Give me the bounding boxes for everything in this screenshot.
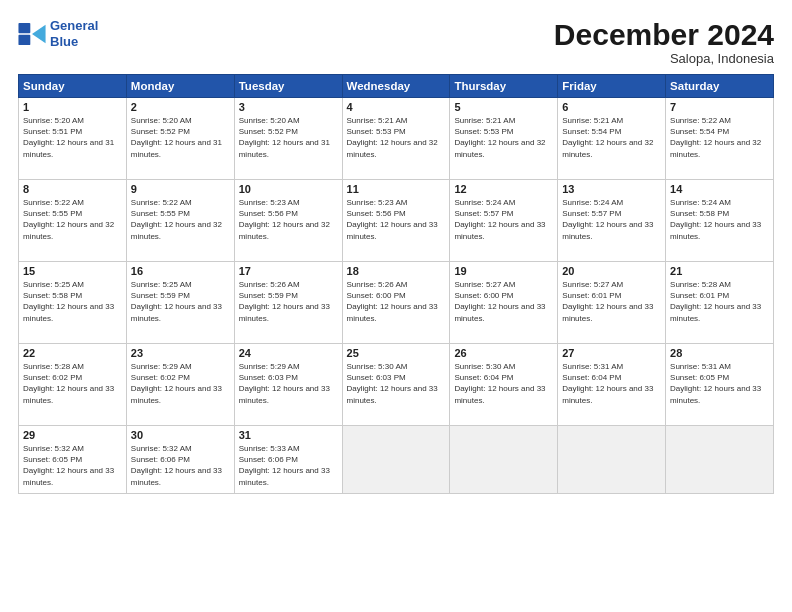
day-number: 10 [239,183,338,195]
day-number: 1 [23,101,122,113]
day-info: Sunrise: 5:22 AMSunset: 5:55 PMDaylight:… [131,197,230,242]
col-sunday: Sunday [19,75,127,98]
day-info: Sunrise: 5:27 AMSunset: 6:01 PMDaylight:… [562,279,661,324]
day-number: 13 [562,183,661,195]
logo-text: General Blue [50,18,98,49]
day-number: 15 [23,265,122,277]
logo: General Blue [18,18,98,49]
table-row: 9 Sunrise: 5:22 AMSunset: 5:55 PMDayligh… [126,180,234,262]
header: General Blue December 2024 Salopa, Indon… [18,18,774,66]
col-friday: Friday [558,75,666,98]
table-row: 1 Sunrise: 5:20 AMSunset: 5:51 PMDayligh… [19,98,127,180]
table-row: 16 Sunrise: 5:25 AMSunset: 5:59 PMDaylig… [126,262,234,344]
day-info: Sunrise: 5:28 AMSunset: 6:01 PMDaylight:… [670,279,769,324]
day-number: 8 [23,183,122,195]
day-info: Sunrise: 5:31 AMSunset: 6:04 PMDaylight:… [562,361,661,406]
day-info: Sunrise: 5:20 AMSunset: 5:51 PMDaylight:… [23,115,122,160]
calendar: Sunday Monday Tuesday Wednesday Thursday… [18,74,774,494]
table-row: 22 Sunrise: 5:28 AMSunset: 6:02 PMDaylig… [19,344,127,426]
table-row [342,426,450,494]
day-info: Sunrise: 5:33 AMSunset: 6:06 PMDaylight:… [239,443,338,488]
table-row: 19 Sunrise: 5:27 AMSunset: 6:00 PMDaylig… [450,262,558,344]
table-row: 30 Sunrise: 5:32 AMSunset: 6:06 PMDaylig… [126,426,234,494]
table-row: 5 Sunrise: 5:21 AMSunset: 5:53 PMDayligh… [450,98,558,180]
title-area: December 2024 Salopa, Indonesia [554,18,774,66]
col-thursday: Thursday [450,75,558,98]
table-row: 17 Sunrise: 5:26 AMSunset: 5:59 PMDaylig… [234,262,342,344]
calendar-header-row: Sunday Monday Tuesday Wednesday Thursday… [19,75,774,98]
table-row: 21 Sunrise: 5:28 AMSunset: 6:01 PMDaylig… [666,262,774,344]
table-row: 24 Sunrise: 5:29 AMSunset: 6:03 PMDaylig… [234,344,342,426]
day-number: 19 [454,265,553,277]
logo-line2: Blue [50,34,78,49]
day-number: 2 [131,101,230,113]
logo-line1: General [50,18,98,33]
day-info: Sunrise: 5:23 AMSunset: 5:56 PMDaylight:… [239,197,338,242]
day-number: 20 [562,265,661,277]
day-info: Sunrise: 5:28 AMSunset: 6:02 PMDaylight:… [23,361,122,406]
day-number: 5 [454,101,553,113]
logo-icon [18,23,46,45]
day-number: 6 [562,101,661,113]
day-info: Sunrise: 5:24 AMSunset: 5:57 PMDaylight:… [562,197,661,242]
table-row: 12 Sunrise: 5:24 AMSunset: 5:57 PMDaylig… [450,180,558,262]
day-info: Sunrise: 5:22 AMSunset: 5:54 PMDaylight:… [670,115,769,160]
day-info: Sunrise: 5:24 AMSunset: 5:57 PMDaylight:… [454,197,553,242]
day-number: 14 [670,183,769,195]
table-row: 3 Sunrise: 5:20 AMSunset: 5:52 PMDayligh… [234,98,342,180]
table-row: 4 Sunrise: 5:21 AMSunset: 5:53 PMDayligh… [342,98,450,180]
day-info: Sunrise: 5:29 AMSunset: 6:03 PMDaylight:… [239,361,338,406]
day-number: 11 [347,183,446,195]
day-number: 4 [347,101,446,113]
table-row: 25 Sunrise: 5:30 AMSunset: 6:03 PMDaylig… [342,344,450,426]
day-number: 24 [239,347,338,359]
day-info: Sunrise: 5:26 AMSunset: 6:00 PMDaylight:… [347,279,446,324]
svg-rect-0 [18,23,30,33]
day-number: 21 [670,265,769,277]
day-number: 17 [239,265,338,277]
day-number: 16 [131,265,230,277]
day-info: Sunrise: 5:30 AMSunset: 6:03 PMDaylight:… [347,361,446,406]
day-info: Sunrise: 5:22 AMSunset: 5:55 PMDaylight:… [23,197,122,242]
table-row: 10 Sunrise: 5:23 AMSunset: 5:56 PMDaylig… [234,180,342,262]
day-info: Sunrise: 5:21 AMSunset: 5:54 PMDaylight:… [562,115,661,160]
page: General Blue December 2024 Salopa, Indon… [0,0,792,612]
day-info: Sunrise: 5:26 AMSunset: 5:59 PMDaylight:… [239,279,338,324]
day-info: Sunrise: 5:25 AMSunset: 5:58 PMDaylight:… [23,279,122,324]
day-info: Sunrise: 5:30 AMSunset: 6:04 PMDaylight:… [454,361,553,406]
table-row: 7 Sunrise: 5:22 AMSunset: 5:54 PMDayligh… [666,98,774,180]
table-row: 15 Sunrise: 5:25 AMSunset: 5:58 PMDaylig… [19,262,127,344]
day-number: 31 [239,429,338,441]
table-row: 27 Sunrise: 5:31 AMSunset: 6:04 PMDaylig… [558,344,666,426]
day-info: Sunrise: 5:21 AMSunset: 5:53 PMDaylight:… [454,115,553,160]
table-row: 29 Sunrise: 5:32 AMSunset: 6:05 PMDaylig… [19,426,127,494]
day-number: 26 [454,347,553,359]
day-number: 23 [131,347,230,359]
table-row: 28 Sunrise: 5:31 AMSunset: 6:05 PMDaylig… [666,344,774,426]
svg-marker-2 [32,24,46,43]
day-number: 27 [562,347,661,359]
table-row: 2 Sunrise: 5:20 AMSunset: 5:52 PMDayligh… [126,98,234,180]
day-info: Sunrise: 5:20 AMSunset: 5:52 PMDaylight:… [239,115,338,160]
day-info: Sunrise: 5:24 AMSunset: 5:58 PMDaylight:… [670,197,769,242]
day-info: Sunrise: 5:29 AMSunset: 6:02 PMDaylight:… [131,361,230,406]
day-info: Sunrise: 5:21 AMSunset: 5:53 PMDaylight:… [347,115,446,160]
svg-rect-1 [18,34,30,44]
location: Salopa, Indonesia [554,51,774,66]
day-info: Sunrise: 5:31 AMSunset: 6:05 PMDaylight:… [670,361,769,406]
day-number: 28 [670,347,769,359]
month-title: December 2024 [554,18,774,51]
table-row: 20 Sunrise: 5:27 AMSunset: 6:01 PMDaylig… [558,262,666,344]
day-number: 12 [454,183,553,195]
table-row [450,426,558,494]
table-row: 14 Sunrise: 5:24 AMSunset: 5:58 PMDaylig… [666,180,774,262]
day-info: Sunrise: 5:23 AMSunset: 5:56 PMDaylight:… [347,197,446,242]
table-row: 6 Sunrise: 5:21 AMSunset: 5:54 PMDayligh… [558,98,666,180]
col-saturday: Saturday [666,75,774,98]
table-row: 18 Sunrise: 5:26 AMSunset: 6:00 PMDaylig… [342,262,450,344]
day-number: 9 [131,183,230,195]
table-row [666,426,774,494]
day-number: 30 [131,429,230,441]
day-info: Sunrise: 5:32 AMSunset: 6:06 PMDaylight:… [131,443,230,488]
table-row: 31 Sunrise: 5:33 AMSunset: 6:06 PMDaylig… [234,426,342,494]
